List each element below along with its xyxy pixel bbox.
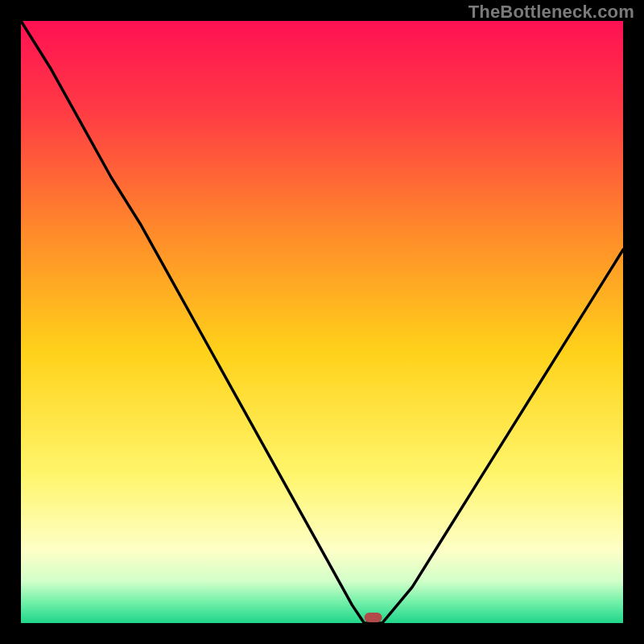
attribution-text: TheBottleneck.com xyxy=(469,2,634,23)
bottleneck-chart xyxy=(0,0,644,644)
plot-area xyxy=(21,21,623,623)
optimum-marker xyxy=(365,613,382,622)
